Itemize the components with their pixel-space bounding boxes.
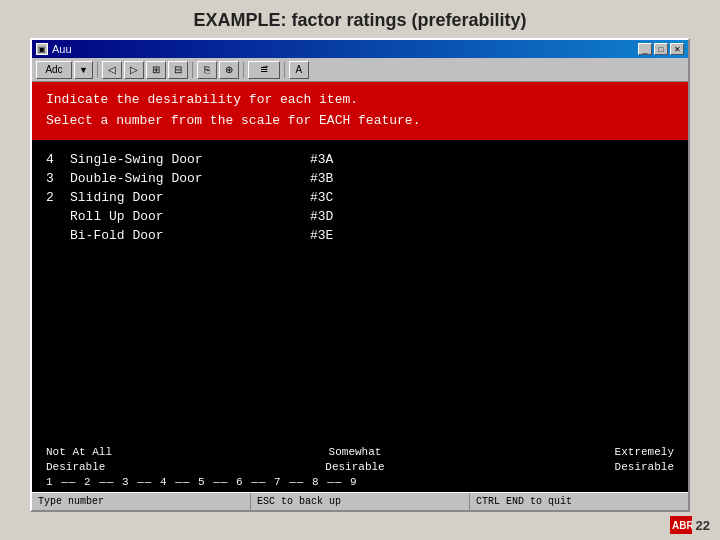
scale-numbers: 1 —— 2 —— 3 —— 4 —— 5 —— 6 —— 7 —— 8 —— … bbox=[46, 476, 674, 488]
toolbar-label: Adc bbox=[36, 61, 72, 79]
items-area: 4 Single-Swing Door #3A 3 Double-Swing D… bbox=[32, 140, 688, 440]
window-frame: ▣ Auu _ □ ✕ Adc ▼ ◁ ▷ ⊞ ⊟ ⎘ ⊕ ≡⃗ A Indic… bbox=[30, 38, 690, 512]
item-code-3: #3C bbox=[310, 190, 333, 205]
abr-logo-area: ABR 22 bbox=[670, 516, 710, 534]
toolbar-separator-3 bbox=[243, 62, 244, 78]
scale-label-left: Not At All Desirable bbox=[46, 445, 166, 474]
toolbar: Adc ▼ ◁ ▷ ⊞ ⊟ ⎘ ⊕ ≡⃗ A bbox=[32, 58, 688, 82]
status-bar: Type number ESC to back up CTRL END to q… bbox=[32, 492, 688, 510]
status-right: CTRL END to quit bbox=[470, 493, 688, 510]
item-code-4: #3D bbox=[310, 209, 333, 224]
toolbar-btn-8[interactable]: A bbox=[289, 61, 309, 79]
toolbar-separator bbox=[97, 62, 98, 78]
toolbar-btn-4[interactable]: ⊟ bbox=[168, 61, 188, 79]
window-title-text: Auu bbox=[52, 43, 72, 55]
page-title-bar: EXAMPLE: factor ratings (preferability) bbox=[0, 0, 720, 37]
page-number: 22 bbox=[696, 518, 710, 533]
toolbar-btn-2[interactable]: ▷ bbox=[124, 61, 144, 79]
close-button[interactable]: ✕ bbox=[670, 43, 684, 55]
toolbar-btn-3[interactable]: ⊞ bbox=[146, 61, 166, 79]
item-row-2: 3 Double-Swing Door #3B bbox=[46, 169, 674, 188]
red-banner: Indicate the desirability for each item.… bbox=[32, 82, 688, 140]
minimize-button[interactable]: _ bbox=[638, 43, 652, 55]
scale-label-mid: Somewhat Desirable bbox=[285, 445, 425, 474]
item-code-5: #3E bbox=[310, 228, 333, 243]
content-area: Indicate the desirability for each item.… bbox=[32, 82, 688, 510]
item-code-1: #3A bbox=[310, 152, 333, 167]
maximize-button[interactable]: □ bbox=[654, 43, 668, 55]
scale-labels: Not At All Desirable Somewhat Desirable … bbox=[46, 445, 674, 474]
item-row-1: 4 Single-Swing Door #3A bbox=[46, 150, 674, 169]
scale-area: Not At All Desirable Somewhat Desirable … bbox=[32, 439, 688, 492]
item-row-4: Roll Up Door #3D bbox=[46, 207, 674, 226]
item-row-5: Bi-Fold Door #3E bbox=[46, 226, 674, 245]
abr-icon: ABR bbox=[670, 516, 692, 534]
item-name-3: Sliding Door bbox=[70, 190, 270, 205]
banner-line1: Indicate the desirability for each item. bbox=[46, 90, 674, 111]
toolbar-dropdown-icon[interactable]: ▼ bbox=[74, 61, 93, 79]
item-num-1: 4 bbox=[46, 152, 70, 167]
scale-label-right: Extremely Desirable bbox=[544, 445, 674, 474]
item-name-2: Double-Swing Door bbox=[70, 171, 270, 186]
svg-text:ABR: ABR bbox=[672, 520, 692, 531]
toolbar-separator-4 bbox=[284, 62, 285, 78]
item-name-5: Bi-Fold Door bbox=[70, 228, 270, 243]
window-title-bar: ▣ Auu _ □ ✕ bbox=[32, 40, 688, 58]
toolbar-btn-7[interactable]: ≡⃗ bbox=[248, 61, 280, 79]
status-left: Type number bbox=[32, 493, 251, 510]
banner-line2: Select a number from the scale for EACH … bbox=[46, 111, 674, 132]
toolbar-btn-5[interactable]: ⎘ bbox=[197, 61, 217, 79]
item-name-1: Single-Swing Door bbox=[70, 152, 270, 167]
item-row-3: 2 Sliding Door #3C bbox=[46, 188, 674, 207]
toolbar-btn-6[interactable]: ⊕ bbox=[219, 61, 239, 79]
item-name-4: Roll Up Door bbox=[70, 209, 270, 224]
toolbar-separator-2 bbox=[192, 62, 193, 78]
item-num-2: 3 bbox=[46, 171, 70, 186]
item-num-3: 2 bbox=[46, 190, 70, 205]
toolbar-btn-1[interactable]: ◁ bbox=[102, 61, 122, 79]
window-icon: ▣ bbox=[36, 43, 48, 55]
status-mid: ESC to back up bbox=[251, 493, 470, 510]
item-code-2: #3B bbox=[310, 171, 333, 186]
